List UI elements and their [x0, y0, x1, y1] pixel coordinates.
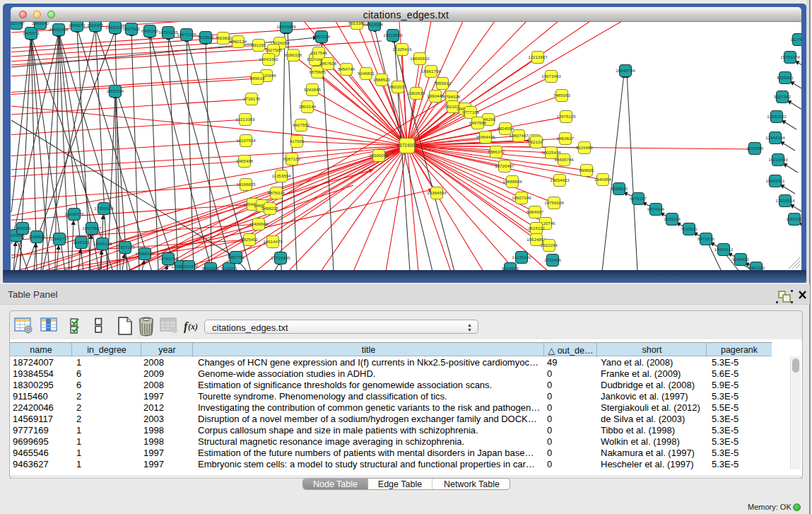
svg-text:17359924: 17359924 — [94, 206, 114, 211]
svg-text:6479197: 6479197 — [630, 196, 647, 201]
svg-text:(x): (x) — [188, 322, 198, 332]
svg-text:2935114: 2935114 — [664, 216, 681, 221]
svg-text:7132001: 7132001 — [220, 266, 238, 270]
svg-text:3215958: 3215958 — [746, 146, 764, 151]
svg-text:7485063: 7485063 — [553, 93, 571, 98]
svg-text:12505135: 12505135 — [93, 241, 112, 246]
svg-text:2867608: 2867608 — [319, 61, 337, 66]
svg-text:10975887: 10975887 — [82, 226, 102, 230]
svg-text:7825402: 7825402 — [241, 237, 259, 242]
svg-text:12213369: 12213369 — [235, 117, 255, 122]
svg-text:1527602: 1527602 — [123, 26, 141, 31]
svg-text:20691406: 20691406 — [49, 27, 69, 32]
svg-text:16782759: 16782759 — [158, 256, 178, 261]
svg-text:1733426: 1733426 — [544, 257, 562, 262]
svg-text:1167531: 1167531 — [786, 216, 801, 221]
svg-text:15720407: 15720407 — [495, 163, 514, 168]
svg-text:9427552: 9427552 — [293, 122, 310, 127]
svg-text:8186328: 8186328 — [285, 52, 302, 57]
svg-text:12213967: 12213967 — [528, 54, 548, 59]
svg-text:12942737: 12942737 — [49, 236, 69, 241]
svg-text:1965498: 1965498 — [236, 158, 254, 163]
svg-text:8812001: 8812001 — [202, 266, 220, 270]
svg-text:1640954: 1640954 — [594, 177, 612, 182]
svg-text:10654112: 10654112 — [714, 247, 734, 252]
svg-text:12444194: 12444194 — [765, 135, 785, 140]
svg-text:10719155: 10719155 — [158, 30, 178, 35]
svg-text:10033809: 10033809 — [276, 24, 296, 29]
svg-text:13716485: 13716485 — [271, 255, 290, 260]
svg-text:10688609: 10688609 — [502, 179, 522, 184]
svg-text:10025438: 10025438 — [541, 150, 561, 155]
svg-text:14136141: 14136141 — [512, 255, 531, 259]
svg-text:417006: 417006 — [290, 139, 305, 144]
svg-text:9115460: 9115460 — [576, 145, 593, 150]
svg-text:2522284: 2522284 — [541, 243, 558, 247]
svg-text:16648784: 16648784 — [616, 68, 635, 73]
svg-text:16210643: 16210643 — [768, 157, 788, 162]
svg-text:6497568: 6497568 — [469, 120, 487, 125]
svg-text:1588520: 1588520 — [373, 77, 391, 82]
svg-text:9146821: 9146821 — [358, 71, 375, 76]
svg-text:7515526: 7515526 — [197, 35, 215, 40]
svg-text:16961758: 16961758 — [421, 69, 441, 74]
svg-text:9242845: 9242845 — [304, 87, 322, 92]
svg-text:7886372: 7886372 — [488, 149, 505, 154]
svg-text:9245652: 9245652 — [732, 257, 750, 262]
svg-text:8878334: 8878334 — [268, 190, 286, 195]
svg-text:6794028: 6794028 — [443, 94, 461, 99]
svg-text:8267150: 8267150 — [283, 156, 301, 161]
svg-text:6466160: 6466160 — [141, 28, 159, 33]
svg-text:10756928: 10756928 — [544, 200, 564, 205]
svg-text:10973493: 10973493 — [541, 74, 561, 78]
svg-text:11325419: 11325419 — [392, 47, 412, 52]
svg-text:20206576: 20206576 — [64, 211, 84, 216]
svg-text:1615112: 1615112 — [528, 226, 545, 230]
svg-text:18907249: 18907249 — [512, 195, 531, 200]
svg-text:15751074: 15751074 — [780, 54, 800, 59]
svg-text:9227342: 9227342 — [774, 94, 792, 99]
svg-text:15692911: 15692911 — [765, 178, 785, 183]
svg-text:17016514: 17016514 — [775, 198, 795, 203]
svg-text:8860124: 8860124 — [230, 39, 247, 44]
svg-text:989618: 989618 — [250, 76, 265, 81]
svg-text:10543382: 10543382 — [259, 57, 278, 62]
svg-text:19384554: 19384554 — [427, 190, 447, 195]
svg-text:18495746: 18495746 — [554, 157, 574, 162]
svg-text:8938923: 8938923 — [611, 186, 628, 191]
svg-text:9214553: 9214553 — [502, 266, 519, 270]
svg-text:2718176: 2718176 — [243, 96, 261, 101]
svg-text:9457791: 9457791 — [228, 255, 245, 259]
svg-text:7632621: 7632621 — [681, 226, 698, 231]
svg-text:11353594: 11353594 — [271, 173, 291, 178]
svg-text:1435061: 1435061 — [14, 226, 32, 230]
svg-text:9381220: 9381220 — [748, 265, 765, 270]
svg-text:1153301: 1153301 — [87, 23, 104, 28]
svg-text:3824554: 3824554 — [497, 126, 514, 131]
svg-text:10807467: 10807467 — [509, 133, 529, 138]
svg-text:1990448: 1990448 — [427, 93, 445, 98]
svg-text:8471676: 8471676 — [698, 236, 715, 241]
svg-text:9777169: 9777169 — [462, 110, 480, 115]
svg-text:8454749: 8454749 — [338, 66, 355, 71]
svg-text:9463627: 9463627 — [557, 136, 575, 141]
svg-text:2803144: 2803144 — [299, 104, 317, 109]
svg-text:8813054: 8813054 — [366, 22, 384, 27]
svg-text:1011747: 1011747 — [11, 22, 25, 25]
svg-text:1809271: 1809271 — [69, 23, 86, 28]
svg-text:5498222: 5498222 — [261, 206, 279, 211]
svg-text:9329991: 9329991 — [777, 75, 794, 80]
svg-text:1405571: 1405571 — [23, 30, 40, 35]
svg-text:16107554: 16107554 — [236, 138, 256, 143]
svg-text:891295: 891295 — [252, 42, 266, 47]
svg-text:19218506: 19218506 — [383, 33, 403, 37]
svg-text:7955812: 7955812 — [434, 81, 452, 86]
svg-text:19166825: 19166825 — [236, 182, 256, 187]
svg-text:17957223: 17957223 — [115, 245, 135, 250]
svg-text:7857224: 7857224 — [313, 34, 331, 39]
svg-text:2905334: 2905334 — [107, 88, 124, 93]
svg-text:2317546: 2317546 — [310, 50, 328, 55]
svg-text:1145193: 1145193 — [73, 240, 90, 245]
svg-text:1156829: 1156829 — [28, 234, 45, 239]
svg-text:16640910: 16640910 — [410, 56, 430, 61]
